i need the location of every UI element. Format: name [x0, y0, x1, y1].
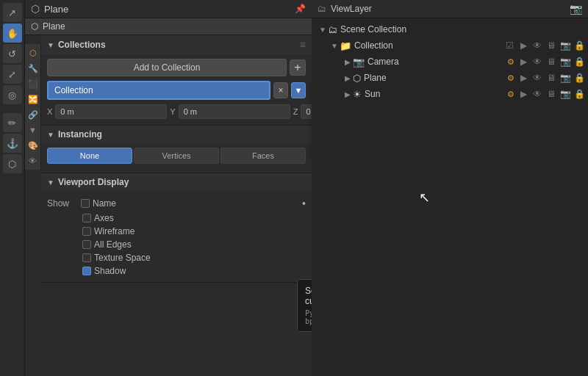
toolbar-icon-move[interactable]: ✋	[3, 24, 22, 43]
transform-row: X Y Z	[47, 104, 306, 119]
axes-checkbox-label: Axes	[94, 213, 114, 223]
toolbar-icon-measure[interactable]: ⚓	[3, 134, 22, 153]
y-input[interactable]	[179, 104, 290, 119]
instancing-tab-none[interactable]: None	[47, 148, 132, 164]
axes-checkbox-item: Axes	[82, 212, 306, 225]
collection-arrow-icon: ▼	[329, 42, 340, 50]
side-icon-object[interactable]: ⬡	[26, 46, 40, 60]
collection-eye-icon[interactable]: 👁	[531, 40, 543, 51]
collection-input[interactable]	[47, 81, 270, 100]
collection-check-icon[interactable]: ☑	[503, 40, 515, 51]
wireframe-checkbox[interactable]	[82, 227, 91, 236]
collection-unlink-button[interactable]: ×	[273, 82, 288, 98]
sun-gear-icon: ⚙	[507, 90, 514, 99]
name-dot-icon: •	[302, 198, 306, 209]
side-icon-data[interactable]: ▼	[26, 123, 40, 137]
plane-play-icon[interactable]: ▶	[517, 73, 529, 83]
y-axis-label: Y	[170, 107, 175, 116]
x-axis-label: X	[47, 107, 52, 116]
collections-section-body: Add to Collection + × ▼ × Unlink Collect…	[41, 54, 312, 125]
camera-object-icon: 📷	[353, 57, 365, 68]
texture-space-checkbox-label: Texture Space	[94, 253, 151, 263]
camera-play-icon[interactable]: ▶	[517, 57, 529, 67]
viewport-display-section-body: Show Name • Axes	[41, 191, 312, 282]
camera-lock-icon[interactable]: 🔒	[573, 57, 585, 67]
plane-lock-icon[interactable]: 🔒	[573, 73, 585, 83]
side-icon-particles[interactable]: ⬛	[26, 76, 40, 91]
sun-eye-icon[interactable]: 👁	[531, 89, 543, 99]
collection-screen-icon[interactable]: 🖥	[545, 40, 557, 51]
panel-object-icon: ⬡	[31, 3, 40, 15]
toolbar-icon-scale[interactable]: ⤢	[3, 65, 22, 84]
instancing-section-header[interactable]: ▼ Instancing	[41, 126, 312, 143]
tree-item-scene-collection[interactable]: ▼ 🗂 Scene Collection	[312, 21, 588, 37]
wireframe-checkbox-label: Wireframe	[94, 226, 135, 236]
sun-screen-icon[interactable]: 🖥	[545, 89, 557, 99]
viewport-display-section-title: Viewport Display	[58, 177, 129, 187]
collection-camera-icon[interactable]: 📷	[559, 40, 571, 51]
scene-collection-arrow-icon: ▼	[318, 26, 328, 34]
side-icon-constraints[interactable]: 🔗	[26, 107, 40, 122]
instancing-tabs: None Vertices Faces	[47, 148, 306, 164]
camera-gear-icon: ⚙	[507, 57, 514, 67]
outliner-body: ▼ 🗂 Scene Collection ▼ 📁 Collection ☑ ▶ …	[312, 18, 588, 376]
instancing-tab-vertices[interactable]: Vertices	[134, 148, 219, 164]
side-icon-view[interactable]: 👁	[26, 153, 40, 168]
plus-button[interactable]: +	[290, 59, 306, 76]
texture-space-checkbox[interactable]	[82, 253, 91, 262]
viewport-display-section-header[interactable]: ▼ Viewport Display	[41, 173, 312, 191]
panel-header: ⬡ Plane 📌	[25, 0, 312, 18]
side-icon-modifier[interactable]: 🔧	[26, 61, 40, 76]
plane-label: Plane	[364, 73, 507, 83]
collections-menu-icon[interactable]: ≡	[300, 39, 306, 51]
collection-lock-icon[interactable]: 🔒	[573, 40, 585, 51]
outliner-header: 🗂 ViewLayer 📷	[312, 0, 588, 18]
camera-eye-icon[interactable]: 👁	[531, 57, 543, 67]
instancing-arrow-icon: ▼	[47, 131, 54, 139]
main-content: ⬡ Plane 📌 ⬡ Plane ⬡ 🔧 ⬛ 🔀 🔗 ▼ 🎨 👁 ▼	[25, 0, 588, 376]
side-icon-physics[interactable]: 🔀	[26, 92, 40, 106]
axes-checkbox[interactable]	[82, 214, 91, 223]
plane-gear-icon: ⚙	[507, 73, 514, 83]
collection-play-icon[interactable]: ▶	[517, 40, 529, 51]
shadow-checkbox-item: Shadow	[82, 264, 306, 278]
sun-camera-icon[interactable]: 📷	[559, 89, 571, 99]
collection-dropdown-button[interactable]: ▼	[291, 82, 306, 98]
viewport-checkboxes: Axes Wireframe All Edges Texture Sp	[47, 212, 306, 278]
camera-screen-icon[interactable]: 🖥	[545, 57, 557, 67]
tree-item-sun[interactable]: ▶ ☀ Sun ⚙ ▶ 👁 🖥 📷 🔒	[312, 86, 588, 102]
toolbar-icon-transform[interactable]: ◎	[3, 85, 22, 104]
toolbar-icon-add[interactable]: ⬡	[3, 154, 22, 173]
tooltip-title: Set offset used for collection instances…	[305, 286, 312, 306]
add-collection-button[interactable]: Add to Collection	[47, 59, 287, 76]
tree-item-camera[interactable]: ▶ 📷 Camera ⚙ ▶ 👁 🖥 📷 🔒	[312, 54, 588, 70]
plane-camera-icon[interactable]: 📷	[559, 73, 571, 83]
name-checkbox-item: Name	[81, 197, 116, 210]
object-tab[interactable]: ⬡ Plane	[25, 18, 312, 35]
pin-icon[interactable]: 📌	[295, 4, 306, 14]
plane-screen-icon[interactable]: 🖥	[545, 73, 557, 83]
camera-camera-icon[interactable]: 📷	[559, 57, 571, 67]
toolbar-icon-annotate[interactable]: ✏	[3, 113, 22, 132]
all-edges-checkbox-label: All Edges	[94, 239, 132, 250]
plane-object-icon: ⬡	[353, 73, 361, 84]
sun-play-icon[interactable]: ▶	[517, 89, 529, 99]
sun-lock-icon[interactable]: 🔒	[573, 89, 585, 99]
toolbar-icon-cursor[interactable]: ↗	[3, 3, 22, 22]
side-icon-material[interactable]: 🎨	[26, 138, 40, 153]
show-label: Show	[47, 198, 76, 209]
all-edges-checkbox[interactable]	[82, 240, 91, 249]
name-checkbox[interactable]	[81, 199, 90, 208]
collections-section-header[interactable]: ▼ Collections ≡	[41, 35, 312, 54]
z-input[interactable]	[301, 104, 312, 119]
tree-item-plane[interactable]: ▶ ⬡ Plane ⚙ ▶ 👁 🖥 📷 🔒	[312, 70, 588, 86]
texture-space-checkbox-item: Texture Space	[82, 251, 306, 264]
instancing-tab-faces[interactable]: Faces	[220, 148, 306, 164]
tree-item-collection[interactable]: ▼ 📁 Collection ☑ ▶ 👁 🖥 📷 🔒	[312, 37, 588, 54]
x-input[interactable]	[55, 104, 167, 119]
sun-arrow-icon: ▶	[343, 90, 353, 98]
toolbar-icon-rotate[interactable]: ↺	[3, 44, 22, 63]
outliner-title: ViewLayer	[331, 4, 372, 14]
plane-eye-icon[interactable]: 👁	[531, 73, 543, 83]
shadow-checkbox[interactable]	[82, 267, 91, 275]
